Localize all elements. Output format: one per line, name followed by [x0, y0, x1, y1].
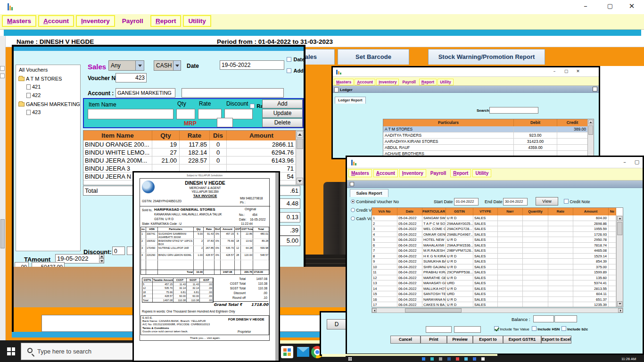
table-row[interactable]: 506-04-2022HOTEL NEW ...U R DSALES2950.7… [372, 237, 616, 243]
balance-input-2[interactable] [554, 315, 577, 322]
taskbar-search[interactable]: Type here to search [21, 343, 133, 360]
voucher-no-input[interactable]: 423 [116, 73, 147, 82]
menu-item[interactable]: Utility [472, 169, 491, 177]
table-row[interactable]: 1406-04-2022MALLIKA HOTELU R DSALES2813.… [372, 286, 616, 292]
menu-item[interactable]: Masters [348, 169, 372, 177]
scroll-right-icon[interactable] [618, 308, 623, 313]
table-row[interactable]: 706-04-2022M.R.RAJESH (...29BFVPM7126...… [372, 248, 616, 254]
tree-group[interactable]: GANESH MARKETING [18, 101, 80, 107]
minimize-button[interactable]: – [619, 159, 630, 165]
tree-group[interactable]: A T M STORES [18, 76, 62, 82]
table-row[interactable]: 1006-04-2022SHRI GAJANA...U R DSALES375.… [372, 264, 616, 270]
table-row[interactable]: 606-04-2022MAHALAXMI KI...29AAJFM1536...… [372, 243, 616, 248]
table-row[interactable]: 806-04-2022H K G N KIRAN...U R DSALES152… [372, 254, 616, 259]
table-row[interactable]: AADITYA TRADERS923.00 [383, 132, 588, 139]
view-button[interactable]: View [536, 197, 558, 206]
voucher-type-dropdown[interactable]: Any [108, 60, 144, 71]
maximize-button[interactable]: ▢ [603, 2, 617, 9]
include-tax-checkbox[interactable]: Include Tax Value [494, 326, 529, 331]
table-row[interactable]: AARADHYA KIRANI STORES31423.00 [383, 139, 588, 145]
column-header[interactable]: GSTIN [446, 208, 473, 215]
column-header[interactable]: Date [397, 208, 422, 215]
scroll-up-icon[interactable] [617, 216, 622, 221]
column-header[interactable]: Item Name [83, 131, 152, 140]
table-row[interactable]: 1706-04-2022CAKES N BA...U R DSALES1235.… [372, 302, 616, 307]
mini-pinned-icon[interactable] [422, 357, 425, 361]
menu-item[interactable]: Account [38, 15, 74, 27]
menu-item[interactable]: Account [355, 79, 375, 85]
start-button[interactable] [0, 340, 23, 362]
table-row[interactable]: A T M STORES389.00 [383, 126, 588, 132]
column-header[interactable]: Particulars [383, 119, 514, 126]
column-header[interactable]: Amount [573, 208, 609, 215]
column-header[interactable]: Debit [514, 119, 557, 126]
tree-doc[interactable]: 422 [26, 92, 41, 101]
qty-input[interactable] [176, 109, 195, 119]
column-header[interactable]: Narr [498, 208, 523, 215]
table-row[interactable]: BINDU WHITE LEMO...27182.1406294.76 [83, 148, 297, 156]
scroll-up-icon[interactable] [588, 120, 593, 124]
table-row[interactable]: 105-04-2022SANGAM SWE...U R DSALES604.00 [372, 215, 616, 221]
action-button[interactable]: Export to Excel [541, 336, 571, 344]
close-button[interactable]: ✕ [625, 2, 638, 10]
menu-item[interactable]: Payroll [117, 15, 149, 27]
table-row[interactable]: 405-04-2022OMKAR GENE...29ABLPG4967...SA… [372, 232, 616, 238]
spinner-icon[interactable] [99, 254, 104, 263]
credit-note-checkbox[interactable]: Credit Note [564, 199, 590, 204]
account-input[interactable]: GANESH MARKETING [116, 88, 175, 98]
menu-item[interactable]: Masters [334, 79, 354, 85]
mini-pinned-icon[interactable] [473, 357, 476, 361]
include-hsn-checkbox[interactable]: Include HSN [532, 326, 560, 331]
column-header[interactable]: Credit [557, 119, 588, 126]
tree-doc[interactable]: 421 [26, 84, 41, 92]
mini-pinned-icon[interactable] [481, 357, 485, 361]
menu-item[interactable]: Account [373, 169, 398, 177]
mrp-input[interactable] [217, 118, 233, 127]
left-scrollbar[interactable] [0, 36, 6, 340]
menu-item[interactable]: Report [419, 79, 437, 85]
mini-pinned-icon[interactable] [430, 357, 434, 361]
column-header[interactable]: PARTICULARS [422, 208, 446, 215]
scrollbar-thumb[interactable] [405, 308, 462, 313]
search-input[interactable] [489, 107, 538, 114]
office-app-icon[interactable] [281, 346, 293, 358]
column-header[interactable]: Qty [152, 131, 180, 140]
mini-pinned-icon[interactable] [439, 357, 442, 361]
item-name-input[interactable] [88, 109, 173, 119]
combined-voucher-radio[interactable]: Combined Voucher No [351, 199, 399, 204]
tree-doc[interactable]: 423 [26, 109, 41, 118]
workspace-tab[interactable]: Set Barcode [338, 49, 409, 65]
column-header[interactable]: Ne [609, 208, 616, 215]
start-date-spinner[interactable]: 01-04-2022 [454, 198, 479, 206]
menu-item[interactable]: Inventory [376, 79, 399, 85]
table-row[interactable]: 1206-04-2022MARATHE GE...U R DSALES135.6… [372, 275, 616, 281]
filter-input-1[interactable] [426, 326, 452, 333]
table-row[interactable]: 1506-04-2022SANTOSH TE...URDSALES604.11 [372, 291, 616, 297]
ledger-titlebar[interactable]: – ▢ ✕ [333, 67, 599, 77]
mini-pinned-icon[interactable] [456, 357, 459, 361]
table-row[interactable]: 1306-04-2022MAHASATI GE...URDSALES5374.4… [372, 280, 616, 286]
frame-restore-icon[interactable] [593, 87, 597, 91]
column-header[interactable]: Dis [210, 131, 227, 140]
action-button[interactable]: Export GSTR1 Excel [503, 336, 541, 344]
scrollbar-thumb[interactable] [588, 125, 593, 135]
mail-app-icon[interactable] [297, 347, 309, 357]
discount2-input[interactable]: 0 [112, 247, 125, 255]
pay-mode-dropdown[interactable]: CASH [154, 60, 181, 71]
ledger-frame-header[interactable]: Ledger [333, 86, 599, 93]
scroll-down-icon[interactable] [617, 301, 622, 306]
menu-item[interactable]: Payroll [428, 169, 449, 177]
table-row[interactable]: ABDUL RAUF4359.00 [383, 145, 588, 151]
scrollbar-thumb[interactable] [617, 222, 622, 235]
table-row[interactable]: 1106-04-2022PRABHU KIRA...29CPWPP538...S… [372, 270, 616, 275]
table-scrollbar[interactable] [587, 119, 594, 157]
action-button[interactable]: Print [421, 336, 447, 344]
include-b2c-checkbox[interactable]: Include b2c [561, 326, 588, 331]
column-header[interactable]: VTYPE [473, 208, 498, 215]
mini-clock[interactable]: 11:26 AM [621, 357, 636, 361]
minimize-button[interactable]: – [579, 2, 592, 10]
minimize-button[interactable]: – [550, 69, 559, 74]
close-button[interactable]: ✕ [573, 69, 583, 74]
filter-input-2[interactable] [454, 326, 481, 333]
h-scrollbar[interactable] [372, 308, 623, 313]
